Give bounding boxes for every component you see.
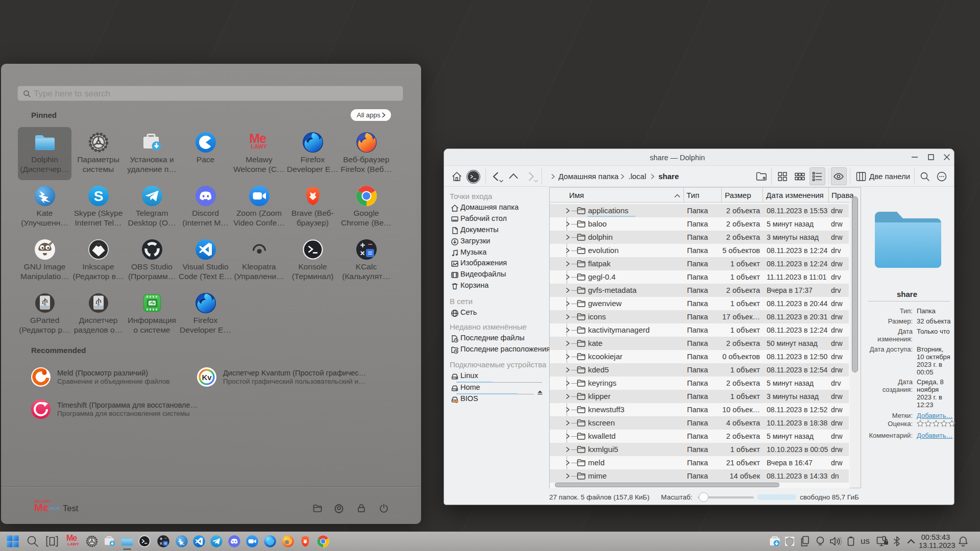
svg-text:Kv: Kv	[202, 373, 212, 382]
svg-text:S: S	[93, 188, 103, 204]
